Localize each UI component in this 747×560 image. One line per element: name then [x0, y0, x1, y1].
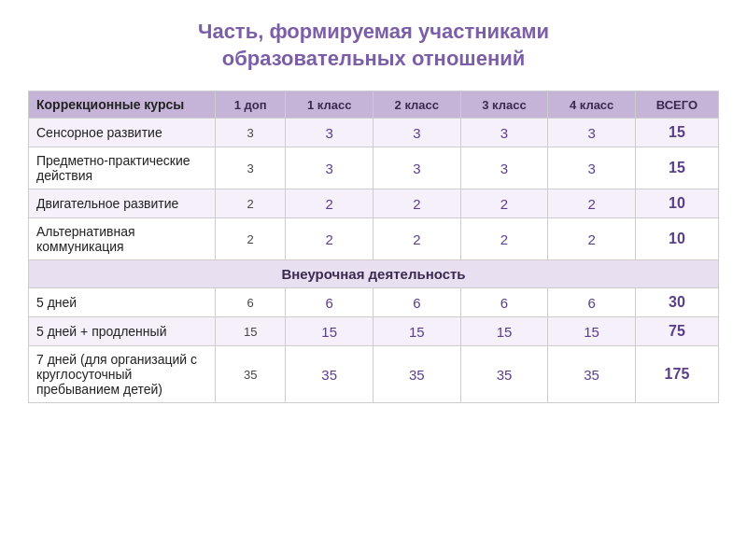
- cell-v1: 2: [216, 189, 286, 218]
- cell-v4: 15: [460, 317, 548, 346]
- cell-v5: 2: [548, 218, 636, 260]
- table-row: Двигательное развитие 2 2 2 2 2 10: [29, 189, 719, 218]
- cell-total: 10: [635, 189, 718, 218]
- cell-v5: 15: [548, 317, 636, 346]
- cell-v3: 3: [374, 119, 461, 147]
- cell-v1: 2: [216, 218, 286, 260]
- cell-total: 75: [635, 317, 718, 346]
- cell-v1: 6: [216, 288, 286, 317]
- cell-total: 30: [635, 288, 718, 317]
- row-name: Предметно-практические действия: [29, 147, 216, 189]
- section-header-row: Внеурочная деятельность: [29, 260, 719, 288]
- header-1dop: 1 доп: [216, 91, 286, 119]
- cell-v5: 3: [548, 147, 636, 189]
- cell-v3: 2: [374, 218, 461, 260]
- table-row: 7 дней (для организаций с круглосуточный…: [29, 346, 719, 403]
- table-row: Сенсорное развитие 3 3 3 3 3 15: [29, 119, 719, 147]
- cell-v5: 35: [548, 346, 636, 403]
- cell-v4: 35: [460, 346, 548, 403]
- row-name: Альтернативная коммуникация: [29, 218, 216, 260]
- cell-v3: 2: [374, 189, 461, 218]
- main-table: Коррекционные курсы 1 доп 1 класс 2 клас…: [28, 91, 719, 403]
- cell-v2: 2: [286, 218, 374, 260]
- row-name: Сенсорное развитие: [29, 119, 216, 147]
- cell-v2: 3: [286, 147, 374, 189]
- cell-v4: 2: [460, 189, 548, 218]
- cell-v2: 15: [286, 317, 374, 346]
- table-row: 5 дней + продленный 15 15 15 15 15 75: [29, 317, 719, 346]
- cell-v4: 2: [460, 218, 548, 260]
- cell-v3: 35: [374, 346, 461, 403]
- cell-v3: 3: [374, 147, 461, 189]
- row-name: 7 дней (для организаций с круглосуточный…: [29, 346, 216, 403]
- cell-v5: 3: [548, 119, 636, 147]
- cell-v3: 15: [374, 317, 461, 346]
- cell-v4: 3: [460, 147, 548, 189]
- header-vsego: ВСЕГО: [635, 91, 718, 119]
- header-4klass: 4 класс: [548, 91, 636, 119]
- cell-total: 175: [635, 346, 718, 403]
- cell-total: 15: [635, 147, 718, 189]
- header-2klass: 2 класс: [374, 91, 461, 119]
- page-title: Часть, формируемая участниками образоват…: [198, 19, 549, 72]
- row-name: 5 дней + продленный: [29, 317, 216, 346]
- header-course: Коррекционные курсы: [29, 91, 216, 119]
- cell-total: 10: [635, 218, 718, 260]
- cell-v4: 6: [460, 288, 548, 317]
- header-1klass: 1 класс: [286, 91, 374, 119]
- cell-v2: 35: [286, 346, 374, 403]
- cell-v2: 3: [286, 119, 374, 147]
- cell-v1: 3: [216, 147, 286, 189]
- cell-total: 15: [635, 119, 718, 147]
- row-name: Двигательное развитие: [29, 189, 216, 218]
- table-row: Предметно-практические действия 3 3 3 3 …: [29, 147, 719, 189]
- cell-v4: 3: [460, 119, 548, 147]
- row-name: 5 дней: [29, 288, 216, 317]
- cell-v5: 6: [548, 288, 636, 317]
- cell-v1: 15: [216, 317, 286, 346]
- table-row: 5 дней 6 6 6 6 6 30: [29, 288, 719, 317]
- header-3klass: 3 класс: [460, 91, 548, 119]
- cell-v2: 2: [286, 189, 374, 218]
- cell-v1: 3: [216, 119, 286, 147]
- cell-v1: 35: [216, 346, 286, 403]
- section-header-label: Внеурочная деятельность: [29, 260, 719, 288]
- cell-v3: 6: [374, 288, 461, 317]
- table-row: Альтернативная коммуникация 2 2 2 2 2 10: [29, 218, 719, 260]
- cell-v5: 2: [548, 189, 636, 218]
- cell-v2: 6: [286, 288, 374, 317]
